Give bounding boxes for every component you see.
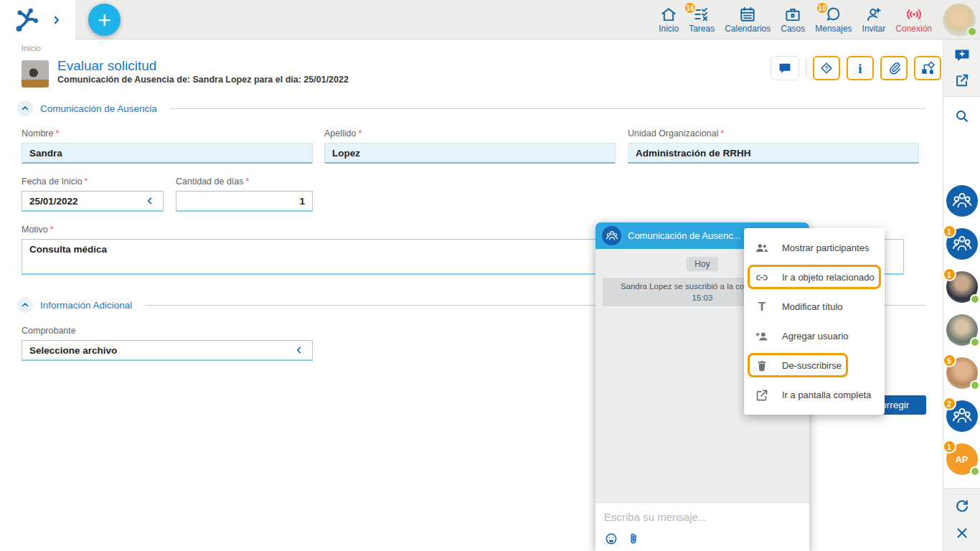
contact-initials-ap[interactable]: 1 AP xyxy=(946,443,978,475)
collapse-section-button[interactable] xyxy=(17,100,33,116)
topbar: + Inicio 16 Tareas Calendarios Casos 10 xyxy=(0,0,980,39)
menu-item-label: Modificar título xyxy=(782,301,843,312)
refresh-icon[interactable] xyxy=(953,498,971,515)
user-avatar[interactable] xyxy=(943,4,976,37)
nav-conexion[interactable]: Conexión xyxy=(890,4,937,34)
nav-mensajes[interactable]: 10 Mensajes xyxy=(810,4,857,34)
contact-group-2[interactable]: 1 xyxy=(946,228,978,260)
online-status-dot xyxy=(970,294,980,304)
chevron-up-icon xyxy=(20,300,30,310)
home-icon xyxy=(659,5,678,24)
section-absence-header: Comunicación de Ausencia xyxy=(17,100,925,116)
paperclip-icon xyxy=(886,60,902,76)
people-icon xyxy=(754,240,770,256)
app-screen: + Inicio 16 Tareas Calendarios Casos 10 xyxy=(0,0,980,551)
info-button[interactable]: i xyxy=(847,56,874,80)
chat-group-avatar xyxy=(602,226,621,245)
close-icon[interactable] xyxy=(953,524,971,542)
contact-group-1[interactable] xyxy=(946,185,978,217)
open-chat-button[interactable] xyxy=(771,56,799,80)
required-asterisk: * xyxy=(358,128,362,138)
collapse-section-button[interactable] xyxy=(17,297,33,313)
expand-sidebar-chevron-icon[interactable] xyxy=(51,14,62,26)
nav-inicio[interactable]: Inicio xyxy=(654,4,684,34)
new-case-button[interactable]: + xyxy=(88,4,121,36)
contact-group-3[interactable]: 2 xyxy=(946,400,978,432)
chat-context-menu: Mostrar participantes Ir a objeto relaci… xyxy=(744,228,885,415)
section-title: Información Adicional xyxy=(40,300,132,311)
date-picker-chevron-icon[interactable] xyxy=(144,195,156,207)
chat-sidebar: 1 1 5 2 1 AP xyxy=(943,39,980,551)
unidad-label: Unidad Organizacional* xyxy=(628,128,724,138)
menu-ir-a-pantalla-completa[interactable]: Ir a pantalla completa xyxy=(744,380,885,410)
comprobante-field[interactable]: Seleccione archivo xyxy=(22,340,313,361)
unread-badge: 2 xyxy=(943,397,956,410)
info-icon: i xyxy=(858,62,862,75)
apellido-label: Apellido* xyxy=(324,128,362,138)
unidad-field[interactable]: Administración de RRHH xyxy=(628,143,919,164)
nav-invitar[interactable]: Invitar xyxy=(857,4,891,34)
initials-label: AP xyxy=(955,454,968,465)
title-icon: T xyxy=(754,299,770,315)
unread-badge: 1 xyxy=(943,268,956,281)
help-diamond-icon: ? xyxy=(819,60,834,76)
required-asterisk: * xyxy=(720,128,724,138)
menu-item-label: De-suscribirse xyxy=(782,360,842,371)
case-thumbnail xyxy=(22,60,49,88)
menu-ir-a-objeto-relacionado[interactable]: Ir a objeto relacionado xyxy=(744,263,885,292)
svg-text:?: ? xyxy=(824,65,828,72)
nav-label: Conexión xyxy=(895,24,932,34)
fecha-label: Fecha de Inicio* xyxy=(22,176,88,187)
nav-casos[interactable]: Casos xyxy=(776,4,810,34)
nav-label: Calendarios xyxy=(725,24,771,34)
required-asterisk: * xyxy=(55,128,59,138)
calendar-icon xyxy=(738,5,757,24)
nav-label: Tareas xyxy=(689,24,715,34)
case-actions: ? i xyxy=(771,56,941,80)
contact-user-1[interactable]: 1 xyxy=(946,271,978,303)
new-chat-icon[interactable] xyxy=(953,47,971,64)
fecha-field[interactable]: 25/01/2022 xyxy=(22,191,164,212)
unread-badge: 1 xyxy=(943,440,956,453)
person-add-icon xyxy=(754,329,770,344)
divider xyxy=(806,59,806,77)
search-icon xyxy=(953,108,971,125)
menu-agregar-usuario[interactable]: Agregar usuario xyxy=(744,321,885,351)
sidebar-contacts: 1 1 5 2 1 AP xyxy=(943,185,980,475)
menu-item-label: Agregar usuario xyxy=(782,331,849,342)
nav-calendarios[interactable]: Calendarios xyxy=(720,4,776,34)
menu-de-suscribirse[interactable]: De-suscribirse xyxy=(744,351,885,380)
nombre-field[interactable]: Sandra xyxy=(22,143,313,164)
app-logo-icon[interactable] xyxy=(14,6,41,34)
attach-file-icon[interactable] xyxy=(626,532,641,546)
menu-modificar-titulo[interactable]: T Modificar título xyxy=(744,292,885,321)
menu-mostrar-participantes[interactable]: Mostrar participantes xyxy=(744,233,885,263)
contact-user-3[interactable]: 5 xyxy=(946,357,978,389)
chat-tools xyxy=(604,532,641,546)
contact-user-2[interactable] xyxy=(946,314,978,346)
chat-input[interactable]: Escriba su mensaje... xyxy=(595,502,809,551)
emoji-icon[interactable] xyxy=(604,532,618,546)
nav-tareas[interactable]: 16 Tareas xyxy=(684,4,720,34)
apellido-field[interactable]: Lopez xyxy=(324,143,616,164)
section-divider xyxy=(170,108,925,109)
workflow-icon xyxy=(920,60,936,76)
online-status-dot xyxy=(970,337,980,347)
page-title: Evaluar solicitud xyxy=(57,58,156,74)
menu-item-label: Mostrar participantes xyxy=(782,242,869,253)
online-status-dot xyxy=(967,27,977,37)
briefcase-icon xyxy=(783,5,802,24)
motivo-label: Motivo* xyxy=(22,225,54,235)
nav-label: Casos xyxy=(781,24,805,34)
attachments-button[interactable] xyxy=(880,56,908,80)
workflow-button[interactable] xyxy=(914,56,941,80)
unread-badge: 1 xyxy=(943,225,956,238)
help-button[interactable]: ? xyxy=(813,56,840,80)
menu-item-label: Ir a objeto relacionado xyxy=(782,272,875,283)
sidebar-search[interactable] xyxy=(943,101,980,131)
file-picker-chevron-icon[interactable] xyxy=(293,344,305,356)
open-in-new-icon[interactable] xyxy=(953,72,971,89)
breadcrumb[interactable]: Inicio xyxy=(22,44,41,52)
person-add-icon xyxy=(864,5,883,24)
dias-field[interactable]: 1 xyxy=(176,191,313,212)
